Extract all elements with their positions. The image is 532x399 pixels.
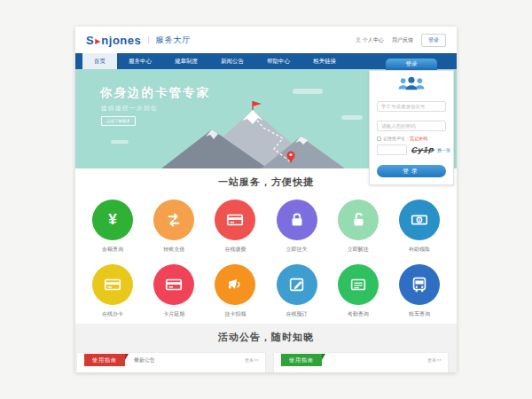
edit-icon [277,264,317,305]
login-tab[interactable]: 登录 [386,59,437,70]
login-submit-button[interactable]: 登录 [377,165,446,177]
profile-link[interactable]: 个人中心 [356,36,384,44]
unlock-icon [338,200,379,240]
nav-item-regulations[interactable]: 规章制度 [163,53,209,69]
password-input[interactable] [377,121,446,131]
bus-icon [399,264,440,305]
megaphone-icon [215,264,255,305]
nav-item-service-center[interactable]: 服务中心 [117,53,163,69]
announcements-section: 活动公告，随时知晓 使用指南 最新公告 更多>> 使用指南 更多>> [75,324,457,372]
logo-divider: | [147,35,149,44]
user-id-input[interactable] [377,101,446,112]
cloud-shape [111,140,129,144]
service-online-card-apply[interactable]: 在线办卡 [90,264,135,318]
announcements-right-panel: 使用指南 更多>> [274,353,448,372]
bank-card-icon [153,264,194,305]
service-school-bus-inquiry[interactable]: 校车查询 [397,264,442,318]
lock-icon [277,200,317,240]
users-group-icon [396,76,426,91]
latest-news-tab[interactable]: 最新公告 [134,356,155,364]
announcement-panels: 使用指南 最新公告 更多>> 使用指南 更多>> [75,353,457,372]
service-cancel-loss[interactable]: 立即解挂 [336,200,380,254]
nav-item-links[interactable]: 相关链接 [301,53,348,69]
login-options-row: 记住用户名 | 忘记密码 [377,136,446,141]
service-online-booking[interactable]: 在线预订 [275,264,319,318]
login-form: 记住用户名 | 忘记密码 Cy1p 换一张 登录 [369,70,454,185]
remember-checkbox[interactable] [377,137,381,141]
attendance-icon [338,264,379,305]
usage-guide-ribbon-tab[interactable]: 使用指南 [281,354,322,366]
service-report-loss[interactable]: 立即挂失 [275,200,319,254]
logo[interactable]: S ▶ njones [86,34,141,47]
logo-text-rest: njones [101,34,141,47]
nav-item-news[interactable]: 新闻公告 [209,53,255,69]
cloud-shape [293,89,323,94]
header-login-button[interactable]: 登录 [421,34,446,47]
transfer-icon [153,200,194,240]
services-row-1: ¥ 余额查询 转账充值 在线缴费 立即挂失 [75,200,457,254]
services-row-2: 在线办卡 卡片延期 挂卡招领 在线预订 [75,264,457,318]
logo-arrow-icon: ▶ [95,37,100,45]
options-divider: | [407,136,408,141]
nav-item-home[interactable]: 首页 [82,53,117,69]
logo-text-s: S [86,34,94,47]
header: S ▶ njones | 服务大厅 个人中心 用户反馈 登录 [75,27,457,53]
header-right: 个人中心 用户反馈 登录 [356,34,446,47]
banknote-icon [399,200,440,240]
service-subsidy-collect[interactable]: 补助领取 [397,200,442,254]
captcha-image[interactable]: Cy1p [411,145,434,155]
nav-item-help-center[interactable]: 帮助中心 [255,53,301,69]
captcha-refresh-link[interactable]: 换一张 [437,147,450,153]
left-panel-header: 使用指南 最新公告 更多>> [77,353,265,367]
service-attendance-inquiry[interactable]: 考勤查询 [336,264,380,318]
login-panel: 登录 记住用户名 | 忘记密码 Cy1p 换一张 登录 [369,59,454,185]
service-online-payment[interactable]: 在线缴费 [213,200,257,254]
announcements-title: 活动公告，随时知晓 [75,331,457,344]
site-container: S ▶ njones | 服务大厅 个人中心 用户反馈 登录 首页 服务中心 规… [75,27,457,372]
services-section: 一站服务，方便快捷 ¥ 余额查询 转账充值 在线缴费 [75,168,457,324]
hero-cta-button[interactable]: 点击了解更多 [101,116,136,126]
yen-icon: ¥ [92,200,133,240]
remember-label: 记住用户名 [383,136,405,141]
bank-card-icon [92,264,133,305]
feedback-link[interactable]: 用户反馈 [392,36,413,44]
hero-subtitle: 提供捷径一步到位 [101,105,158,113]
service-found-card-claim[interactable]: 挂卡招领 [213,264,257,318]
service-card-extension[interactable]: 卡片延期 [152,264,196,318]
site-name: 服务大厅 [156,35,192,46]
bank-card-icon [215,200,255,240]
mountains-illustration [157,99,352,168]
right-more-link[interactable]: 更多>> [427,357,442,363]
service-transfer-recharge[interactable]: 转账充值 [152,200,196,254]
announcements-left-panel: 使用指南 最新公告 更多>> [77,353,265,372]
person-icon [356,37,361,43]
forgot-password-link[interactable]: 忘记密码 [410,136,427,141]
service-balance-inquiry[interactable]: ¥ 余额查询 [90,200,135,254]
guide-ribbon-tab[interactable]: 使用指南 [84,354,125,366]
captcha-row: Cy1p 换一张 [377,145,446,155]
captcha-input[interactable] [377,145,407,155]
right-panel-header: 使用指南 更多>> [274,353,448,367]
left-more-link[interactable]: 更多>> [245,357,259,363]
